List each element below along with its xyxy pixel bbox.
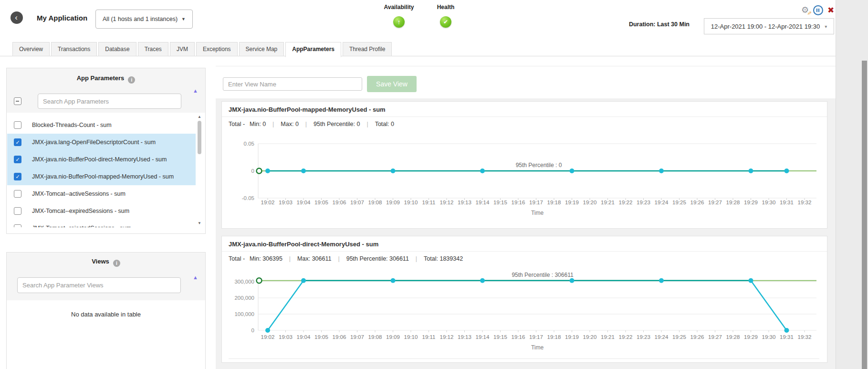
x-tick-label: 19:30 <box>762 200 776 205</box>
back-button[interactable]: ‹ <box>10 11 23 24</box>
stat-value: Max: 306611 <box>297 255 331 262</box>
data-point[interactable] <box>301 278 306 283</box>
stat-value: Max: 0 <box>281 121 299 127</box>
x-tick-label: 19:31 <box>780 334 794 340</box>
x-tick-label: 19:20 <box>583 334 597 340</box>
date-range-dropdown[interactable]: 12-Apr-2021 19:00 - 12-Apr-2021 19:30 ▾ <box>704 18 834 34</box>
chevron-down-icon: ▾ <box>825 24 827 29</box>
x-tick-label: 19:11 <box>422 334 436 340</box>
data-point[interactable] <box>784 169 789 173</box>
search-app-parameters-input[interactable] <box>38 94 181 109</box>
percentile-start-marker[interactable] <box>257 278 262 283</box>
data-point[interactable] <box>659 169 664 173</box>
data-point[interactable] <box>659 278 664 283</box>
y-tick-label: -0.05 <box>242 195 254 201</box>
data-point[interactable] <box>749 169 753 173</box>
unchecked-checkbox[interactable] <box>14 190 21 198</box>
scroll-down-arrow-icon[interactable]: ▼ <box>197 221 202 225</box>
unchecked-checkbox[interactable] <box>14 207 21 215</box>
x-tick-label: 19:07 <box>350 200 364 205</box>
tab-overview[interactable]: Overview <box>12 42 50 56</box>
search-views-input[interactable] <box>17 277 181 293</box>
collapse-triangle-icon[interactable]: ▲ <box>193 274 198 280</box>
health-status-icon[interactable]: ✔ <box>440 16 451 28</box>
view-name-input[interactable] <box>223 77 362 91</box>
checked-checkbox[interactable]: ✓ <box>14 138 21 146</box>
tab-traces[interactable]: Traces <box>138 42 168 56</box>
scroll-up-arrow-icon[interactable]: ▲ <box>197 115 202 119</box>
data-point[interactable] <box>301 169 306 173</box>
tab-appparameters[interactable]: AppParameters <box>285 42 341 57</box>
x-tick-label: 19:26 <box>690 334 704 340</box>
stat-value: Min: 306395 <box>250 255 282 262</box>
stat-value: Total: 1839342 <box>424 255 463 262</box>
info-icon[interactable]: i <box>113 260 120 267</box>
list-item[interactable]: ✓JMX-java.nio-BufferPool-direct-MemoryUs… <box>7 151 196 168</box>
stats-separator: | <box>289 255 291 262</box>
settings-gear-icon[interactable]: ⚙✎ <box>800 5 810 15</box>
data-point[interactable] <box>784 328 789 333</box>
x-tick-label: 19:16 <box>512 200 525 205</box>
list-item[interactable]: ✓JMX-java.nio-BufferPool-mapped-MemoryUs… <box>7 168 196 185</box>
info-icon[interactable]: i <box>128 76 135 84</box>
list-scrollbar: ▲ ▼ <box>197 115 202 225</box>
percentile-annotation: 95th Percentile : 306611 <box>512 272 574 278</box>
select-all-checkbox[interactable] <box>14 97 21 105</box>
list-item[interactable]: JMX-Tomcat--activeSessions - sum <box>7 185 196 202</box>
pause-icon[interactable] <box>813 5 823 15</box>
list-item[interactable]: Blocked-Threads-Count - sum <box>7 116 196 134</box>
list-item[interactable]: ✓JMX-java.lang-OpenFileDescriptorCount -… <box>7 134 196 151</box>
tab-transactions[interactable]: Transactions <box>51 42 97 56</box>
stats-separator: | <box>272 121 274 127</box>
data-point[interactable] <box>570 169 575 173</box>
x-tick-label: 19:12 <box>440 334 454 340</box>
parameter-label: JMX-Tomcat--activeSessions - sum <box>32 190 125 197</box>
x-tick-label: 19:29 <box>744 200 758 205</box>
x-tick-label: 19:21 <box>601 334 615 340</box>
x-tick-label: 19:17 <box>529 200 543 205</box>
data-point[interactable] <box>480 278 485 283</box>
list-item[interactable]: JMX-Tomcat--expiredSessions - sum <box>7 202 196 220</box>
x-tick-label: 19:11 <box>422 200 436 205</box>
x-tick-label: 19:09 <box>386 200 400 205</box>
tab-thread-profile[interactable]: Thread Profile <box>343 42 392 56</box>
y-tick-label: 300,000 <box>234 279 254 285</box>
line-chart: 19:0219:0319:0419:0519:0619:0719:0819:09… <box>225 136 824 219</box>
tab-jvm[interactable]: JVM <box>170 42 195 56</box>
save-view-button[interactable]: Save View <box>367 76 417 92</box>
tab-exceptions[interactable]: Exceptions <box>196 42 238 56</box>
app-parameters-panel-title: App Parametersi <box>7 74 205 84</box>
percentile-start-marker[interactable] <box>257 169 262 174</box>
chevron-down-icon: ▼ <box>181 17 186 21</box>
data-point[interactable] <box>265 328 270 333</box>
x-tick-label: 19:06 <box>333 200 346 205</box>
instance-selector-dropdown[interactable]: All (1 hosts and 1 instances) ▼ <box>95 10 193 29</box>
checked-checkbox[interactable]: ✓ <box>14 173 21 180</box>
date-range-value: 12-Apr-2021 19:00 - 12-Apr-2021 19:30 <box>711 23 820 30</box>
tab-service-map[interactable]: Service Map <box>239 42 284 56</box>
checked-checkbox[interactable]: ✓ <box>14 156 21 163</box>
close-icon[interactable]: ✖ <box>826 5 836 15</box>
x-tick-label: 19:24 <box>655 200 669 205</box>
unchecked-checkbox[interactable] <box>14 121 21 129</box>
data-point[interactable] <box>391 278 396 283</box>
data-point[interactable] <box>391 169 396 173</box>
tab-bar: OverviewTransactionsDatabaseTracesJVMExc… <box>12 42 393 56</box>
unchecked-checkbox[interactable] <box>14 224 21 227</box>
data-line-segment <box>751 281 787 330</box>
x-tick-label: 19:24 <box>655 334 669 340</box>
data-point[interactable] <box>265 169 270 173</box>
list-item[interactable]: JMX-Tomcat--rejectedSessions - sum <box>7 220 196 227</box>
window-scrollbar-thumb[interactable] <box>862 61 867 369</box>
data-point[interactable] <box>749 278 753 283</box>
x-tick-label: 19:22 <box>619 334 633 340</box>
data-point[interactable] <box>570 278 575 283</box>
divider <box>229 358 819 359</box>
tab-database[interactable]: Database <box>98 42 136 56</box>
x-tick-label: 19:21 <box>601 200 615 205</box>
scrollbar-thumb[interactable] <box>198 121 201 154</box>
collapse-triangle-icon[interactable]: ▲ <box>193 88 198 94</box>
data-point[interactable] <box>480 169 485 173</box>
stats-separator: | <box>305 121 307 127</box>
availability-status-icon[interactable]: ↑ <box>393 16 405 28</box>
